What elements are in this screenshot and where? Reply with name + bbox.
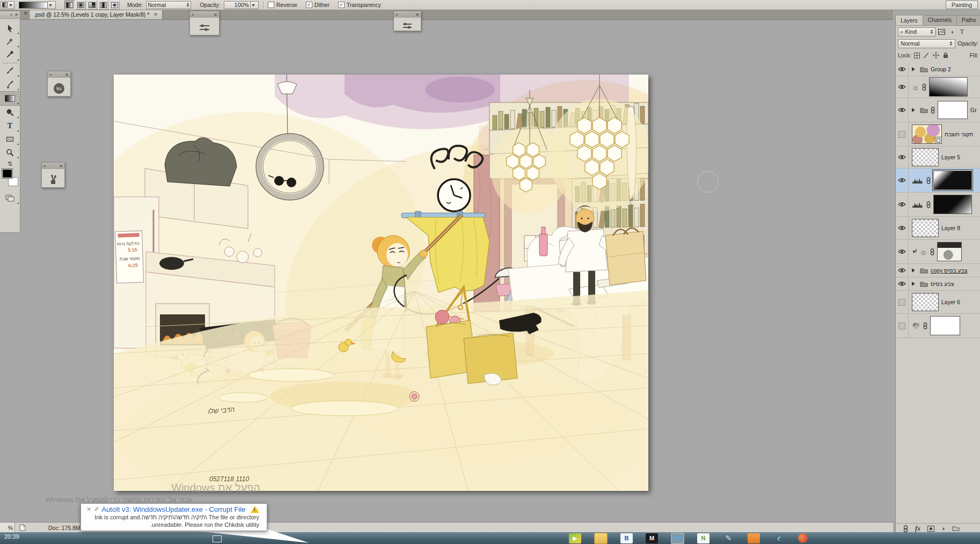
lock-pixels-icon[interactable] bbox=[922, 52, 931, 58]
status-page-icon[interactable] bbox=[19, 524, 26, 531]
layer-row[interactable]: Layer 8 bbox=[896, 217, 980, 240]
layer-visibility-eye[interactable] bbox=[896, 146, 909, 168]
foreground-color-swatch[interactable] bbox=[2, 169, 12, 178]
tool-preset-picker[interactable] bbox=[1, 1, 14, 9]
close-panel-icon[interactable]: ✕ bbox=[65, 72, 69, 77]
add-layer-mask-icon[interactable] bbox=[927, 526, 934, 532]
layer-thumbnail[interactable] bbox=[912, 293, 939, 311]
tab-layers[interactable]: Layers bbox=[896, 16, 923, 25]
quick-selection-tool[interactable] bbox=[0, 35, 20, 48]
brush-tool[interactable] bbox=[0, 64, 20, 78]
panel-grip[interactable]: ·········· bbox=[42, 169, 64, 172]
zoom-percentage-field[interactable]: % bbox=[0, 523, 15, 533]
screen-mode-button[interactable] bbox=[0, 192, 20, 205]
media-player-icon[interactable]: ▶ bbox=[569, 533, 581, 543]
gradient-type-diamond-button[interactable] bbox=[109, 1, 120, 10]
layer-thumbnail[interactable] bbox=[912, 148, 939, 166]
layer-thumbnail[interactable] bbox=[912, 124, 942, 144]
gradient-type-angle-button[interactable] bbox=[87, 1, 97, 10]
layer-style-icon[interactable]: fx bbox=[915, 525, 920, 533]
gradient-picker-arrow[interactable] bbox=[48, 1, 56, 9]
close-panel-icon[interactable]: ✕ bbox=[214, 12, 217, 17]
layer-row[interactable]: צבע בסיס bbox=[896, 277, 980, 291]
checkbox-reverse[interactable]: Reverse bbox=[268, 2, 297, 8]
layer-thumbnail[interactable] bbox=[937, 242, 962, 261]
new-adjustment-layer-icon[interactable]: ◑ bbox=[941, 525, 945, 532]
app-red-icon[interactable] bbox=[798, 533, 808, 543]
close-tab-group-icon[interactable]: ✕ bbox=[24, 11, 28, 16]
close-panel-icon[interactable]: ✕ bbox=[59, 164, 63, 168]
layer-thumbnail[interactable] bbox=[930, 316, 960, 335]
layer-row[interactable] bbox=[896, 193, 980, 217]
layer-visibility-empty[interactable] bbox=[896, 291, 909, 313]
checkbox-box-icon[interactable]: ✓ bbox=[338, 2, 345, 8]
panel-grip[interactable]: ·········· bbox=[48, 78, 70, 81]
expand-panel-icon[interactable]: » bbox=[396, 12, 398, 17]
kuler-mini-panel[interactable]: »✕ ·········· ku bbox=[47, 71, 71, 97]
lock-position-icon[interactable] bbox=[932, 52, 940, 58]
filter-kind-select[interactable]: ⌕ Kind bbox=[898, 27, 935, 36]
internet-explorer-icon[interactable]: e bbox=[773, 533, 785, 543]
app-m-icon[interactable]: M bbox=[646, 533, 658, 543]
layer-thumbnail[interactable] bbox=[933, 171, 972, 190]
expand-panel-icon[interactable]: » bbox=[49, 72, 52, 77]
layer-visibility-empty[interactable] bbox=[896, 314, 909, 337]
layer-visibility-eye[interactable] bbox=[896, 277, 909, 290]
layer-row[interactable] bbox=[896, 168, 980, 193]
layer-name[interactable]: Layer 6 bbox=[941, 299, 960, 305]
close-panel-icon[interactable]: ✕ bbox=[415, 12, 419, 17]
layer-row[interactable]: Layer 6 bbox=[896, 291, 980, 314]
tab-paths[interactable]: Paths bbox=[957, 16, 980, 25]
lock-all-icon[interactable] bbox=[941, 52, 950, 58]
filter-type-layers-icon[interactable]: T bbox=[958, 28, 966, 35]
close-notification-icon[interactable]: ✕ bbox=[86, 506, 91, 513]
kuler-icon[interactable]: ku bbox=[54, 83, 64, 94]
adjustments-mini-panel[interactable]: »✕ ·········· bbox=[189, 11, 220, 35]
layer-row[interactable]: Group 2 bbox=[896, 63, 980, 76]
zoom-tool[interactable] bbox=[0, 146, 20, 159]
gradient-type-radial-button[interactable] bbox=[76, 1, 86, 10]
layer-row[interactable]: תקוני השבת bbox=[896, 122, 980, 146]
swap-colors-icon[interactable]: ⇅ bbox=[0, 159, 20, 168]
app-b-icon[interactable]: B bbox=[620, 533, 633, 543]
layer-row[interactable]: Layer 5 bbox=[896, 146, 980, 168]
expand-panel-icon[interactable]: » bbox=[192, 12, 194, 17]
gradient-preview[interactable] bbox=[19, 2, 48, 9]
close-panel-icon[interactable]: ✕ bbox=[14, 12, 18, 17]
layer-name[interactable]: צבע בסיס copy bbox=[931, 267, 968, 274]
pen-app-icon[interactable]: ✎ bbox=[722, 533, 735, 543]
checkbox-box-icon[interactable]: ✓ bbox=[306, 2, 312, 8]
layer-visibility-empty[interactable] bbox=[896, 122, 909, 146]
photoshop-icon[interactable]: Ps bbox=[671, 533, 684, 544]
layer-name[interactable]: צבע בסיס bbox=[931, 281, 954, 287]
layer-visibility-eye[interactable] bbox=[896, 240, 909, 263]
new-group-icon[interactable] bbox=[952, 526, 960, 531]
layer-row[interactable]: ☼ bbox=[896, 76, 980, 98]
gradient-type-reflected-button[interactable] bbox=[98, 1, 108, 10]
layer-name[interactable]: Gr bbox=[970, 107, 977, 113]
corrupt-file-notification[interactable]: ✕ ✎ AutoIt v3: WinddowsUpdater.exe - Cor… bbox=[81, 503, 267, 531]
expander-triangle-icon[interactable] bbox=[912, 66, 917, 72]
layer-visibility-eye[interactable] bbox=[896, 76, 909, 98]
document-canvas[interactable]: הדלקת נרות: 5:16 מוצאי שבת: 6:29 bbox=[114, 75, 648, 491]
collapse-panel-icon[interactable]: « bbox=[10, 12, 12, 17]
filter-adjustment-layers-icon[interactable]: ◑ bbox=[948, 28, 956, 35]
expander-triangle-icon[interactable] bbox=[912, 107, 917, 113]
layer-visibility-eye[interactable] bbox=[896, 63, 909, 76]
layer-name[interactable]: Group 2 bbox=[931, 66, 951, 72]
expander-triangle-icon[interactable] bbox=[912, 267, 917, 274]
layer-row[interactable] bbox=[896, 314, 980, 338]
lock-transparency-icon[interactable] bbox=[912, 53, 921, 58]
background-color-swatch[interactable] bbox=[8, 177, 18, 186]
link-layers-icon[interactable] bbox=[903, 525, 908, 532]
layer-visibility-eye[interactable] bbox=[896, 98, 909, 122]
gradient-type-linear-button[interactable] bbox=[64, 1, 75, 10]
taskbar-clock[interactable]: 20:39 bbox=[4, 533, 19, 540]
move-tool[interactable] bbox=[0, 21, 20, 35]
layer-visibility-eye[interactable] bbox=[896, 193, 909, 216]
presets2-mini-panel[interactable]: »✕ ·········· bbox=[393, 11, 421, 31]
tool-presets-mini-panel[interactable]: »✕ ·········· bbox=[41, 162, 65, 188]
expander-triangle-icon[interactable] bbox=[912, 281, 917, 287]
app-orange-icon[interactable] bbox=[748, 533, 760, 543]
layer-name[interactable]: Layer 5 bbox=[941, 154, 960, 160]
